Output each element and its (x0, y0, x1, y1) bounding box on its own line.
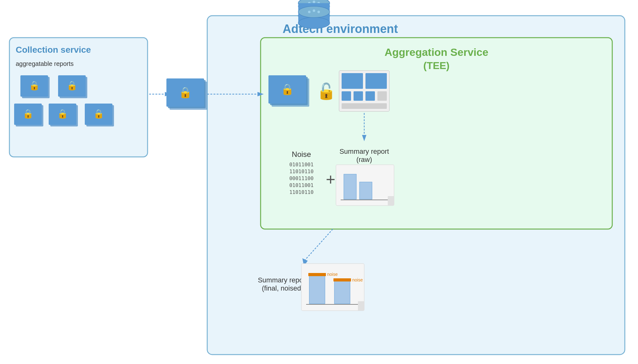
final-report-card: noise noise (301, 264, 364, 311)
noise-binary-2: 11010110 (289, 169, 313, 174)
svg-rect-51 (344, 174, 356, 199)
summary-raw-label: Summary report (339, 147, 389, 155)
svg-rect-52 (360, 182, 372, 199)
plus-sign: + (326, 170, 335, 189)
open-lock-icon: 🔓 (316, 82, 336, 101)
database-icon (298, 0, 330, 29)
report-doc-1: 🔒 (20, 75, 50, 98)
collection-subtitle: aggregatable reports (16, 60, 74, 67)
svg-text:🔒: 🔒 (67, 80, 78, 91)
summary-raw-sublabel: (raw) (356, 156, 372, 163)
svg-rect-57 (309, 276, 325, 304)
svg-rect-59 (334, 281, 350, 304)
noise-binary-5: 11010110 (289, 189, 313, 195)
svg-text:🔒: 🔒 (29, 80, 40, 91)
svg-rect-46 (365, 91, 375, 101)
svg-text:noise: noise (327, 272, 338, 277)
noise-binary-4: 01011001 (289, 182, 313, 188)
svg-rect-47 (377, 91, 387, 101)
svg-rect-43 (365, 73, 387, 89)
svg-point-11 (298, 17, 330, 29)
report-doc-3: 🔒 (14, 104, 43, 126)
noise-label: Noise (292, 150, 311, 158)
batch-docs: 🔒 (166, 78, 207, 110)
raw-report-card (336, 165, 394, 206)
noise-binary-3: 00011100 (289, 175, 313, 181)
svg-rect-60 (333, 278, 351, 281)
svg-text:🔒: 🔒 (281, 83, 294, 96)
svg-text:🔒: 🔒 (93, 109, 104, 119)
noise-binary: 01011001 (289, 162, 313, 168)
collection-title: Collection service (16, 45, 91, 55)
svg-point-15 (317, 11, 320, 13)
svg-point-6 (313, 1, 315, 3)
svg-rect-44 (342, 91, 351, 101)
query-doc (339, 71, 389, 111)
svg-point-13 (308, 11, 311, 13)
svg-point-14 (313, 9, 315, 12)
svg-rect-45 (354, 91, 363, 101)
aggregation-tee: (TEE) (423, 60, 450, 71)
svg-text:noise: noise (352, 277, 363, 282)
summary-final-label: Summary report (258, 276, 307, 284)
svg-text:🔒: 🔒 (57, 109, 68, 119)
svg-rect-58 (308, 273, 326, 276)
report-doc-2: 🔒 (58, 75, 87, 98)
report-doc-5: 🔒 (85, 104, 114, 126)
svg-marker-64 (358, 301, 364, 311)
summary-final-sublabel: (final, noised) (262, 284, 303, 292)
svg-rect-42 (342, 73, 363, 89)
svg-text:🔒: 🔒 (179, 86, 192, 99)
svg-text:🔒: 🔒 (23, 109, 34, 119)
svg-marker-54 (388, 196, 394, 206)
svg-rect-48 (342, 103, 387, 109)
aggregation-title: Aggregation Service (385, 46, 489, 58)
report-doc-4: 🔒 (49, 104, 78, 126)
agg-batch-docs: 🔒 (268, 75, 309, 107)
